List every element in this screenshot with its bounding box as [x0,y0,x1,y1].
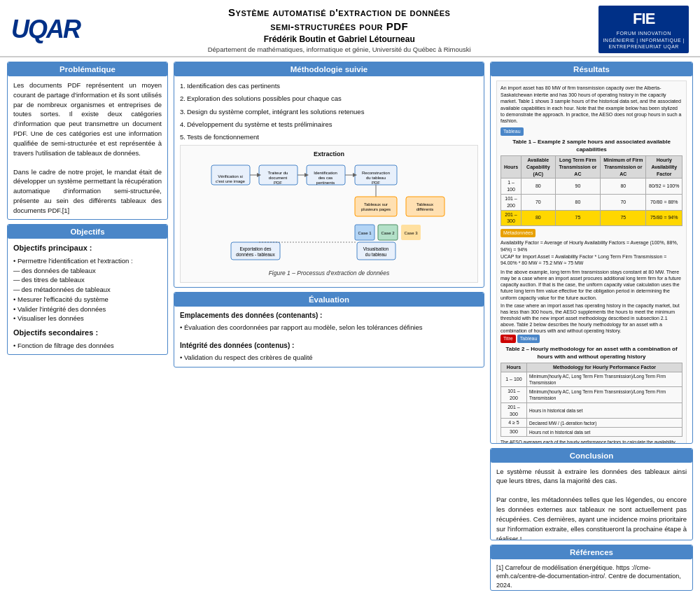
resultats-header: Résultats [491,62,692,76]
formula1-text: Availability Factor = Average of Hourly … [500,239,682,253]
right-column: Résultats An import asset has 80 MW of f… [490,62,693,591]
col-haf: Hourly Availability Factor [646,155,682,178]
svg-text:pertinents: pertinents [316,181,335,185]
svg-text:plusieurs pages: plusieurs pages [361,207,391,211]
uqar-logo: UQAR [11,15,80,44]
results-table1: Hours Available Capability (AC) Long Ter… [500,155,682,226]
objectif-3: Valider l'intégrité des données [13,304,162,314]
results-image-area: An import asset has 80 MW of firm transm… [496,80,687,443]
results-intro: An import asset has 80 MW of firm transm… [500,85,682,125]
table2-footnote: The AESO averages each of the hourly per… [500,439,682,444]
col-hours: Hours [501,155,522,178]
svg-text:PDF: PDF [274,181,282,185]
objectifs-header: Objectifs [8,225,167,239]
svg-text:Case 3: Case 3 [404,231,418,235]
objectifs-section: Objectifs Objectifs principaux : Permett… [7,224,168,355]
svg-text:du tableau: du tableau [366,176,386,180]
objectifs-secondary-title: Objectifs secondaires : [13,328,162,338]
eval-integrite-item: Validation du respect des critères de qu… [180,353,478,362]
svg-text:Traiteur du: Traiteur du [268,171,288,175]
col-ac: Available Capability (AC) [522,155,556,178]
main-content: Problématique Les documents PDF représen… [0,57,700,595]
methodologie-body: 1.Identification des cas pertinents 2.Ex… [174,76,484,286]
table2-row3: 201 – 300 Hours in historical data set [501,402,682,419]
resultats-section: Résultats An import asset has 80 MW of f… [490,62,693,443]
tableau1-badge: Tableau [500,127,524,136]
svg-text:Visualisation: Visualisation [363,246,389,251]
col-ltft: Long Term Firm Transmission or AC [555,155,601,178]
problematique-p1: Les documents PDF représentent un moyen … [13,80,162,158]
objectif-4: Visualiser les données [13,314,162,323]
fie-logo: FIE FORUM INNOVATION INGÉNIERIE | INFORM… [598,6,689,53]
methodo-item-5: 5.Tests de fonctionnement [180,132,478,142]
objectif-1a: des données de tableaux [13,266,162,276]
references-body: [1] Carrefour de modélisation énergétiqu… [491,559,692,591]
svg-text:Vérification si: Vérification si [218,174,243,178]
objectif-1b: des titres de tableaux [13,275,162,285]
svg-text:Exportation des: Exportation des [239,246,272,252]
table2-row4: 4 ≥ 5 Declared MW / (1-deration factor) [501,419,682,428]
svg-rect-22 [406,197,444,216]
tableau2-badge: Tableau [517,335,540,343]
objectif-1c: des métadonnées de tableaux [13,285,162,295]
svg-text:du tableau: du tableau [365,252,387,257]
table1-row3: 201 – 300 80 75 75 75/80 = 94% [501,210,682,226]
flowchart-svg: Vérification si c'est une image Traiteur… [210,162,448,267]
methodo-item-1: 1.Identification des cas pertinents [180,80,478,91]
conclusion-section: Conclusion Le système réussit à extraire… [490,448,693,540]
formula2-text: UCAP for Import Asset = Availability Fac… [500,253,682,267]
titre-badge: Titre [500,335,516,343]
objectifs-secondary-list: Fonction de filtrage des données [13,341,162,351]
objectifs-list: Permettre l'identification et l'extracti… [13,256,162,323]
problematique-body: Les documents PDF représentent un moyen … [8,76,167,219]
department: Département de mathématiques, informatiq… [87,46,592,53]
methodo-item-2: 2.Exploration des solutions possibles po… [180,93,478,104]
table2-row2: 101 – 200 Minimum(hourly AC, Long Term F… [501,387,682,403]
methodologie-header: Méthodologie suivie [174,62,484,76]
svg-text:c'est une image: c'est une image [216,179,245,183]
results-mid-text: In the above example, long term firm tra… [500,269,682,300]
header-title-block: Système automatisé d'extraction de donné… [87,6,592,53]
methodologie-section: Méthodologie suivie 1.Identification des… [174,62,484,287]
table2-row5: 300 Hours not in historical data set [501,428,682,437]
evaluation-header: Évaluation [174,293,484,307]
svg-text:Case 2: Case 2 [381,231,395,235]
conclusion-header: Conclusion [491,449,692,463]
svg-rect-19 [355,197,397,216]
svg-text:document: document [269,176,288,180]
col-min: Minimum of Firm Transmission or AC [601,155,646,178]
evaluation-section: Évaluation Emplacements des données (con… [174,292,484,368]
objectifs-main-title: Objectifs principaux : [13,243,162,253]
problematique-header: Problématique [8,62,167,76]
figure1-title: Extraction [185,150,473,159]
table2-label: Table 2 – Hourly methodology for an asse… [500,345,682,360]
evaluation-body: Emplacements des données (contenants) : … [174,307,484,367]
table1-row2: 101 – 200 70 80 70 70/80 = 88% [501,194,682,210]
svg-text:Case 1: Case 1 [358,231,372,235]
methodo-item-3: 3.Design du système complet, intégrant l… [180,106,478,117]
fie-logo-area: FIE FORUM INNOVATION INGÉNIERIE | INFORM… [598,6,689,53]
figure1-container: Extraction Vérification si c'est une ima… [180,145,478,282]
svg-text:données - tableaux: données - tableaux [236,252,275,257]
objectif-sec-1: Fonction de filtrage des données [13,341,162,351]
metadonnees-badge: Métadonnées [500,229,536,237]
resultats-body: An import asset has 80 MW of firm transm… [491,76,692,443]
svg-text:des cas: des cas [318,176,333,180]
objectifs-body: Objectifs principaux : Permettre l'ident… [8,239,167,354]
problematique-p2: Dans le cadre de notre projet, le mandat… [13,167,162,216]
conclusion-p2: Par contre, les métadonnées telles que l… [496,495,687,540]
results-table2: Hours Methodology for Hourly Performance… [500,363,682,437]
methodologie-list: 1.Identification des cas pertinents 2.Ex… [180,80,478,142]
methodo-item-4: 4.Développement du système et tests prél… [180,119,478,130]
results-mid-text2: In the case where an import asset has op… [500,302,682,334]
eval-integrite-title: Intégrité des données (contenus) : [180,341,478,351]
objectif-1: Permettre l'identification et l'extracti… [13,256,162,266]
table2-row1: 1 – 100 Minimum(hourly AC, Long Term Fir… [501,372,682,387]
table1-label: Table 1 – Example 2 sample hours and ass… [500,138,682,153]
objectif-2: Mesurer l'efficacité du système [13,295,162,304]
left-column: Problématique Les documents PDF représen… [7,62,168,591]
table1-row1: 1 – 100 80 90 80 80/92 = 100% [501,178,682,195]
figure1-caption: Figure 1 – Processus d'extraction de don… [185,270,473,278]
svg-text:Tableaux: Tableaux [416,202,433,206]
header: UQAR Système automatisé d'extraction de … [0,0,700,57]
